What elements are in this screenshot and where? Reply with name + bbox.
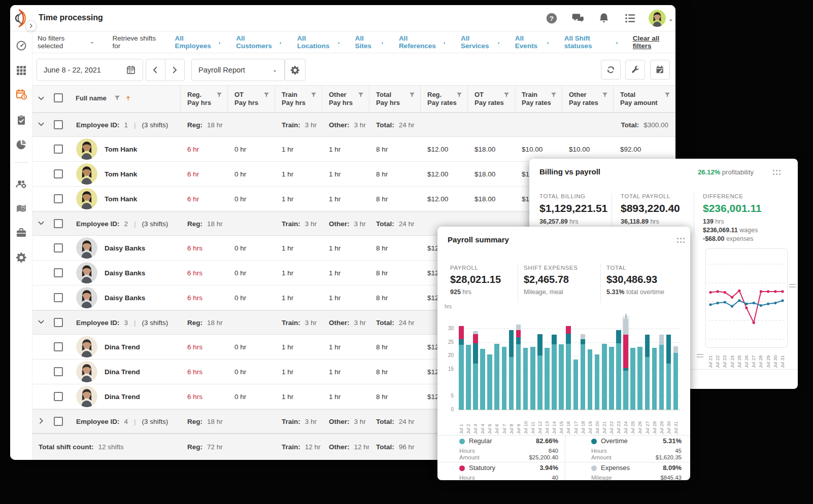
sidebar-item-jobs[interactable]	[15, 227, 27, 239]
filter-link-all-shift-statuses[interactable]: All Shift statuses	[564, 34, 620, 50]
filter-link-all-events[interactable]: All Events	[515, 34, 551, 50]
col-header-full-name[interactable]: Full name	[69, 86, 180, 112]
summary-label: Train:	[282, 418, 300, 425]
select-all-checkbox[interactable]	[54, 93, 63, 102]
sidebar-item-settings[interactable]	[15, 251, 27, 264]
sidebar-item-reports[interactable]	[15, 138, 27, 151]
footer-summary-cell: Total:96 hr	[369, 443, 420, 451]
filter-link-all-references[interactable]: All References	[399, 34, 447, 50]
group-checkbox[interactable]	[54, 120, 63, 129]
cell-value: 1 hr	[329, 294, 341, 302]
row-checkbox[interactable]	[54, 145, 63, 154]
row-checkbox[interactable]	[54, 367, 63, 376]
col-header-reg--pay-hrs[interactable]: Reg.Pay hrs	[180, 86, 227, 112]
col-header-other-pay-rates[interactable]: OtherPay rates	[562, 86, 613, 112]
sort-ascending-icon[interactable]	[125, 95, 131, 101]
bar-segment-regular	[645, 357, 650, 410]
col-header-total-pay-amount[interactable]: TotalPay amount	[613, 86, 675, 112]
filter-funnel-icon[interactable]	[664, 91, 671, 98]
report-settings-button[interactable]	[285, 59, 306, 81]
col-header-total-pay-hrs[interactable]: TotalPay hrs	[369, 86, 420, 112]
filter-link-label: All Sites	[355, 34, 378, 50]
row-checkbox-cell	[49, 392, 69, 401]
notifications-bell-icon[interactable]	[597, 12, 611, 25]
group-summary-cell: Train:3 hr	[275, 418, 322, 425]
date-range-picker[interactable]: June 8 - 22, 2021	[37, 59, 143, 81]
x-tick-label: Jul 2	[465, 412, 471, 434]
sidebar-item-schedule[interactable]	[15, 88, 27, 100]
col-header-ot-pay-rates[interactable]: OTPay rates	[467, 86, 515, 112]
summary-label: Reg:	[187, 319, 202, 327]
col-header-train-pay-hrs[interactable]: TrainPay hrs	[275, 86, 322, 112]
bar-segment-expenses	[581, 334, 586, 340]
next-period-button[interactable]	[165, 59, 185, 81]
sidebar-item-tasks[interactable]	[15, 114, 27, 126]
filter-link-all-locations[interactable]: All Locations	[297, 34, 341, 50]
col-header-ot-pay-hrs[interactable]: OTPay hrs	[227, 86, 275, 112]
resize-handle[interactable]	[697, 354, 703, 357]
row-checkbox[interactable]	[54, 169, 63, 178]
group-checkbox[interactable]	[54, 417, 63, 426]
sidebar-item-team[interactable]	[15, 177, 27, 190]
filter-link-all-employees[interactable]: All Employees	[175, 34, 223, 50]
group-expand-button[interactable]	[37, 122, 45, 130]
row-checkbox[interactable]	[54, 293, 63, 302]
filter-funnel-icon[interactable]	[409, 91, 416, 98]
filter-funnel-icon[interactable]	[503, 91, 510, 98]
refresh-button[interactable]	[601, 60, 621, 80]
sidebar-item-apps[interactable]	[15, 64, 27, 77]
group-checkbox[interactable]	[54, 318, 63, 327]
summary-label: Other:	[329, 319, 350, 327]
report-type-select[interactable]: Payroll Report	[191, 59, 285, 81]
x-tick-label: Jul 21	[707, 350, 714, 368]
sidebar-item-locations[interactable]	[15, 202, 27, 214]
filter-link-all-customers[interactable]: All Customers	[236, 34, 283, 50]
collapse-all-button[interactable]	[37, 96, 45, 104]
drag-handle-icon[interactable]	[773, 170, 781, 175]
filter-funnel-icon[interactable]	[216, 91, 223, 98]
row-checkbox[interactable]	[54, 243, 63, 253]
menu-list-icon[interactable]	[624, 12, 637, 25]
filter-funnel-icon[interactable]	[114, 94, 121, 101]
row-checkbox[interactable]	[54, 342, 63, 351]
group-checkbox[interactable]	[54, 219, 63, 228]
help-icon[interactable]: ?	[545, 12, 558, 25]
row-checkbox-cell	[49, 342, 69, 351]
filter-link-all-sites[interactable]: All Sites	[355, 34, 385, 50]
account-caret-down-icon[interactable]	[668, 16, 674, 22]
group-summary-cell: Other:3 hr	[322, 418, 369, 425]
clear-all-filters-link[interactable]: Clear all filters	[633, 34, 675, 50]
bar-jul-16	[566, 326, 571, 410]
previous-period-button[interactable]	[146, 59, 165, 81]
filter-funnel-icon[interactable]	[601, 91, 608, 98]
filter-funnel-icon[interactable]	[357, 91, 364, 98]
filter-funnel-icon[interactable]	[456, 91, 463, 98]
row-checkbox[interactable]	[54, 392, 63, 401]
schedule-export-button[interactable]	[650, 60, 670, 80]
chat-icon[interactable]	[571, 12, 585, 25]
col-header-train-pay-rates[interactable]: TrainPay rates	[515, 86, 562, 112]
value-cell: 1 hr	[322, 269, 369, 277]
filter-funnel-icon[interactable]	[550, 91, 557, 98]
sidebar-expand-button[interactable]	[25, 20, 37, 31]
cell-value: 8 hr	[376, 343, 388, 351]
y-tick-label: 0	[441, 407, 454, 412]
row-checkbox[interactable]	[54, 268, 63, 277]
value-cell: 6 hrs	[180, 368, 227, 376]
filter-funnel-icon[interactable]	[310, 91, 317, 98]
user-avatar[interactable]	[649, 10, 666, 27]
caret-right-icon	[546, 40, 551, 45]
tools-button[interactable]	[625, 60, 645, 80]
group-expand-button[interactable]	[37, 419, 45, 426]
group-expand-button[interactable]	[37, 320, 45, 328]
resize-handle[interactable]	[789, 284, 796, 287]
col-header-other-pay-hrs[interactable]: OtherPay hrs	[322, 86, 369, 112]
filter-funnel-icon[interactable]	[263, 91, 270, 98]
sidebar-item-dashboard[interactable]	[15, 40, 27, 52]
row-checkbox[interactable]	[54, 194, 63, 203]
bar-jul-29	[659, 335, 664, 410]
filter-link-all-services[interactable]: All Services	[461, 34, 501, 50]
group-expand-button[interactable]	[37, 221, 45, 229]
col-header-reg--pay-rates[interactable]: Reg.Pay rates	[420, 86, 467, 112]
filters-dropdown[interactable]: No filters selected	[38, 34, 95, 50]
